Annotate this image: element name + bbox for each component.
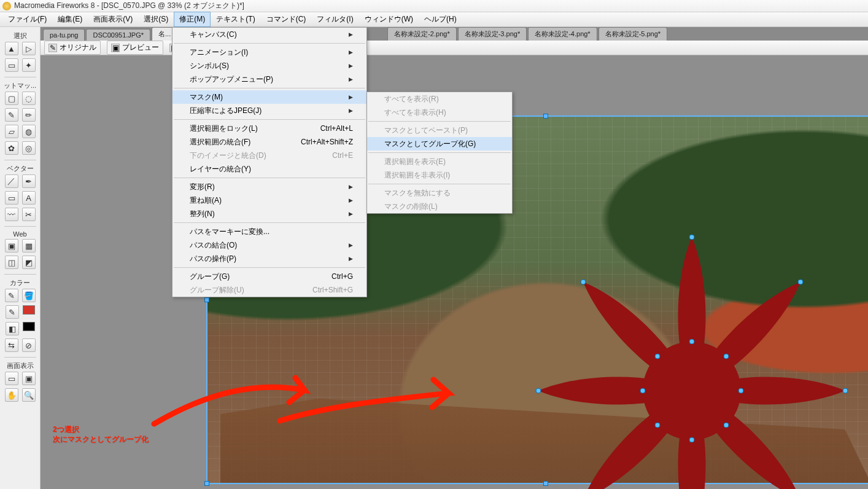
no-color[interactable]: ⊘ [22,338,36,352]
magic-wand-tool[interactable]: ✦ [22,58,36,72]
menu-commands[interactable]: コマンド(C) [261,12,312,27]
dropdown-item[interactable]: マスク(M) [172,90,366,104]
submenu-item: マスクの削除(L) [367,200,512,213]
zoom-tool[interactable]: 🔍 [22,388,36,402]
dropdown-item[interactable]: シンボル(S) [172,59,366,72]
selection-handle[interactable] [204,481,209,486]
svg-point-11 [655,354,660,359]
pen-tool[interactable]: ✒ [22,174,36,188]
svg-point-17 [689,339,694,344]
dropdown-item[interactable]: 選択範囲をロック(L)Ctrl+Alt+L [172,122,366,135]
standard-screen[interactable]: ▭ [5,372,18,385]
brush-tool[interactable]: ✎ [5,108,18,122]
menu-select[interactable]: 選択(S) [138,12,174,27]
dropdown-item[interactable]: 整列(N) [172,207,366,221]
doc-tab[interactable]: 名称未設定-5.png* [599,27,667,41]
menu-filters[interactable]: フィルタ(I) [311,12,358,27]
blur-tool[interactable]: ◍ [22,125,36,138]
dropdown-item[interactable]: グループ(G)Ctrl+G [172,270,366,283]
dropdown-item[interactable]: レイヤーの統合(Y) [172,162,366,176]
dropdown-item[interactable]: パスの結合(O) [172,238,366,252]
full-screen[interactable]: ▣ [22,372,36,385]
text-tool[interactable]: A [22,191,36,205]
dropdown-item: グループ解除(U)Ctrl+Shift+G [172,283,366,297]
doc-tab[interactable]: 名称未設定-2.png* [387,27,456,41]
hide-slice-tool[interactable]: ◫ [5,256,18,269]
dropdown-item[interactable]: パスをマーキーに変換... [172,225,366,238]
svg-point-16 [689,437,694,442]
show-slice-tool[interactable]: ◩ [22,256,36,269]
stamp-tool[interactable]: ✿ [5,141,18,155]
svg-point-2 [689,235,694,240]
svg-point-4 [843,388,848,393]
submenu-item: マスクを無効にする [367,186,512,200]
doc-tab[interactable]: 名称未設定-4.png* [528,27,597,41]
maple-leaf-shape[interactable] [532,219,851,489]
menu-edit[interactable]: 編集(E) [52,12,88,27]
hand-tool[interactable]: ✋ [5,388,18,402]
selection-handle[interactable] [543,114,548,119]
submenu-item: マスクとしてペースト(P) [367,123,512,137]
fill-bucket-tool[interactable]: 🪣 [22,289,36,302]
fill-color-swatch[interactable] [23,305,35,315]
dropdown-item[interactable]: 圧縮率によるJPEG(J) [172,104,366,117]
selection-handle[interactable] [204,297,209,302]
marquee-tool[interactable]: ▢ [5,92,18,105]
pencil-tool[interactable]: ✏ [22,108,36,122]
stroke-color[interactable]: ✎ [5,289,18,302]
menu-text[interactable]: テキスト(T) [211,12,260,27]
menu-window[interactable]: ウィンドウ(W) [359,12,419,27]
crop-tool[interactable]: ▭ [5,58,18,72]
svg-point-8 [536,388,541,393]
swap-colors[interactable]: ⇆ [5,338,18,352]
svg-point-13 [655,423,660,428]
annotation-text: 2つ選択 次にマスクとしてグループ化 [53,425,149,444]
rect-tool[interactable]: ▭ [5,191,18,205]
dropdown-item[interactable]: キャンバス(C) [172,28,366,41]
pointer-tool[interactable]: ▲ [5,42,18,55]
tool-sec-vector: ベクター [7,164,34,173]
doc-tab[interactable]: DSC00951.JPG* [86,29,150,41]
line-tool[interactable]: ／ [5,174,18,188]
knife-tool[interactable]: ✂ [22,208,36,221]
preview-view-button[interactable]: ▣プレビュー [107,41,163,55]
svg-point-14 [738,388,743,393]
subselect-tool[interactable]: ▷ [22,42,36,55]
tool-sec-select: 選択 [14,31,27,41]
menu-view[interactable]: 画面表示(V) [88,12,138,27]
mask-submenu: すべてを表示(R)すべてを非表示(H)マスクとしてペースト(P)マスクとしてグル… [366,92,513,214]
slice-tool[interactable]: ▦ [22,239,36,252]
submenu-item: すべてを表示(R) [367,92,512,106]
dropdown-item[interactable]: パスの操作(P) [172,252,366,265]
eraser-tool[interactable]: ▱ [5,125,18,138]
app-logo-icon [2,2,11,10]
default-colors[interactable]: ◧ [6,322,19,335]
dropdown-item[interactable]: 重ね順(A) [172,194,366,207]
svg-point-12 [724,423,729,428]
eyedropper-tool[interactable]: ✎ [6,305,19,319]
dropdown-item[interactable]: 選択範囲の統合(F)Ctrl+Alt+Shift+Z [172,135,366,149]
original-view-button[interactable]: ✎オリジナル [44,41,101,55]
doc-tab[interactable]: pa-tu.png [43,29,85,41]
menu-modify[interactable]: 修正(M) [174,12,211,27]
menu-file[interactable]: ファイル(F) [2,12,52,27]
lasso-tool[interactable]: ◌ [22,92,36,105]
submenu-item[interactable]: マスクとしてグループ化(G) [367,137,512,151]
stroke-color-swatch[interactable] [23,322,35,331]
window-title: Macromedia Fireworks 8 - [DSC_0570.JPG @… [14,1,244,11]
hotspot-tool[interactable]: ▣ [5,239,18,252]
redeye-tool[interactable]: ◎ [22,141,36,155]
submenu-item: 選択範囲を表示(E) [367,155,512,168]
dropdown-item[interactable]: 変形(R) [172,180,366,194]
doc-tab[interactable]: 名称未設定-3.png* [458,27,527,41]
pencil-icon: ✎ [48,44,57,52]
submenu-item: 選択範囲を非表示(I) [367,168,512,182]
dropdown-item[interactable]: ポップアップメニュー(P) [172,72,366,86]
view-options-row: ✎オリジナル ▣プレビュー ◫ [41,41,868,55]
freeform-tool[interactable]: 〰 [5,208,18,221]
image-icon: ▣ [111,44,120,52]
tool-sec-bitmap: ットマッ... [4,81,36,90]
dropdown-item[interactable]: アニメーション(I) [172,45,366,59]
svg-point-15 [640,388,645,393]
menu-help[interactable]: ヘルプ(H) [419,12,462,27]
